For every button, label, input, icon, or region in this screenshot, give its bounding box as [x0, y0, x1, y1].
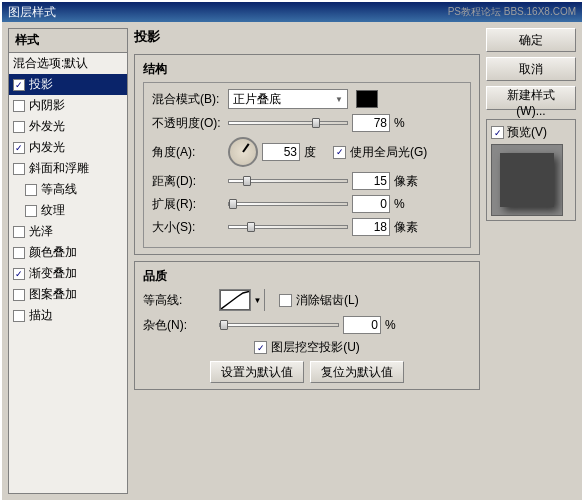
right-panel: 确定 取消 新建样式(W)... 预览(V) [486, 28, 576, 494]
opacity-slider-thumb[interactable] [312, 118, 320, 128]
cancel-button[interactable]: 取消 [486, 57, 576, 81]
sidebar-item-dropshadow[interactable]: 投影 [9, 74, 127, 95]
sidebar-item-innerglow[interactable]: 内发光 [9, 137, 127, 158]
sidebar-item-texture[interactable]: 纹理 [21, 200, 127, 221]
sidebar-item-label: 光泽 [29, 223, 53, 240]
spread-slider-thumb[interactable] [229, 199, 237, 209]
sidebar-item-label: 投影 [29, 76, 53, 93]
satin-checkbox[interactable] [13, 226, 25, 238]
distance-row: 距离(D): 像素 [152, 172, 462, 190]
contour-checkbox[interactable] [25, 184, 37, 196]
noise-label: 杂色(N): [143, 317, 215, 334]
texture-checkbox[interactable] [25, 205, 37, 217]
blend-mode-dropdown[interactable]: 正片叠底 ▼ [228, 89, 348, 109]
sidebar-item-label: 混合选项:默认 [13, 55, 88, 72]
sidebar-item-innershadow[interactable]: 内阴影 [9, 95, 127, 116]
layer-style-dialog: 图层样式 PS教程论坛 BBS.16X8.COM 样式 混合选项:默认 投影 内… [0, 0, 584, 502]
innershadow-checkbox[interactable] [13, 100, 25, 112]
sidebar-item-outerglow[interactable]: 外发光 [9, 116, 127, 137]
preview-checkbox[interactable] [491, 126, 504, 139]
preview-label: 预览(V) [507, 124, 547, 141]
global-light-checkbox[interactable] [333, 146, 346, 159]
blend-color-swatch[interactable] [356, 90, 378, 108]
opacity-row: 不透明度(O): % [152, 114, 462, 132]
coloroverlay-checkbox[interactable] [13, 247, 25, 259]
knockout-checkbox[interactable] [254, 341, 267, 354]
knockout-label: 图层挖空投影(U) [271, 339, 360, 356]
sidebar-item-patternoverlay[interactable]: 图案叠加 [9, 284, 127, 305]
sidebar-item-stroke[interactable]: 描边 [9, 305, 127, 326]
gradientoverlay-checkbox[interactable] [13, 268, 25, 280]
sidebar-item-mixedoptions[interactable]: 混合选项:默认 [9, 53, 127, 74]
size-row: 大小(S): 像素 [152, 218, 462, 236]
set-default-button[interactable]: 设置为默认值 [210, 361, 304, 383]
sidebar-item-label: 内发光 [29, 139, 65, 156]
sidebar-item-label: 渐变叠加 [29, 265, 77, 282]
size-slider-thumb[interactable] [247, 222, 255, 232]
noise-slider-thumb[interactable] [220, 320, 228, 330]
quality-section: 品质 等高线: ▼ 消除锯齿(L) [134, 261, 480, 390]
preview-image-inner [500, 153, 554, 207]
blend-mode-value: 正片叠底 [233, 91, 281, 108]
sidebar-item-label: 内阴影 [29, 97, 65, 114]
sidebar-item-label: 描边 [29, 307, 53, 324]
noise-input[interactable] [343, 316, 381, 334]
sidebar-item-gradientoverlay[interactable]: 渐变叠加 [9, 263, 127, 284]
angle-dial[interactable] [228, 137, 258, 167]
noise-unit: % [385, 318, 410, 332]
distance-unit: 像素 [394, 173, 419, 190]
distance-slider-thumb[interactable] [243, 176, 251, 186]
preview-image [491, 144, 563, 216]
contour-preview-svg [221, 291, 250, 310]
contour-preview[interactable] [220, 290, 250, 310]
sidebar-item-label: 纹理 [41, 202, 65, 219]
spread-unit: % [394, 197, 419, 211]
opacity-input[interactable] [352, 114, 390, 132]
stroke-checkbox[interactable] [13, 310, 25, 322]
global-light-row: 使用全局光(G) [333, 144, 427, 161]
distance-label: 距离(D): [152, 173, 224, 190]
new-style-button[interactable]: 新建样式(W)... [486, 86, 576, 110]
blend-mode-label: 混合模式(B): [152, 91, 224, 108]
contour-row: 等高线: ▼ 消除锯齿(L) [143, 289, 471, 311]
opacity-unit: % [394, 116, 419, 130]
preview-checkbox-row: 预览(V) [491, 124, 547, 141]
contour-dropdown-arrow-icon[interactable]: ▼ [250, 289, 264, 311]
antialias-row: 消除锯齿(L) [279, 292, 359, 309]
structure-group: 结构 混合模式(B): 正片叠底 ▼ 不透明度(O): [134, 54, 480, 255]
bevel-checkbox[interactable] [13, 163, 25, 175]
bottom-actions: 设置为默认值 复位为默认值 [143, 361, 471, 383]
global-light-label: 使用全局光(G) [350, 144, 427, 161]
section-header: 投影 [134, 28, 480, 46]
blend-mode-arrow-icon: ▼ [335, 95, 343, 104]
quality-label: 品质 [143, 268, 471, 285]
spread-input[interactable] [352, 195, 390, 213]
spread-label: 扩展(R): [152, 196, 224, 213]
outerglow-checkbox[interactable] [13, 121, 25, 133]
title-bar: 图层样式 PS教程论坛 BBS.16X8.COM [2, 2, 582, 22]
sidebar-item-bevel[interactable]: 斜面和浮雕 [9, 158, 127, 179]
noise-row: 杂色(N): % [143, 316, 471, 334]
sidebar-item-coloroverlay[interactable]: 颜色叠加 [9, 242, 127, 263]
left-panel: 样式 混合选项:默认 投影 内阴影 外发光 [8, 28, 128, 494]
confirm-button[interactable]: 确定 [486, 28, 576, 52]
sidebar-item-label: 颜色叠加 [29, 244, 77, 261]
title-bar-right: PS教程论坛 BBS.16X8.COM [448, 5, 576, 19]
antialias-checkbox[interactable] [279, 294, 292, 307]
structure-inner: 混合模式(B): 正片叠底 ▼ 不透明度(O): [143, 82, 471, 248]
sidebar-item-satin[interactable]: 光泽 [9, 221, 127, 242]
main-panel: 投影 结构 混合模式(B): 正片叠底 ▼ [134, 28, 480, 494]
patternoverlay-checkbox[interactable] [13, 289, 25, 301]
sidebar-item-contour[interactable]: 等高线 [21, 179, 127, 200]
sidebar-item-label: 外发光 [29, 118, 65, 135]
knockout-row: 图层挖空投影(U) [143, 339, 471, 356]
innerglow-checkbox[interactable] [13, 142, 25, 154]
contour-dropdown[interactable]: ▼ [219, 289, 265, 311]
dropshadow-checkbox[interactable] [13, 79, 25, 91]
antialias-label: 消除锯齿(L) [296, 292, 359, 309]
angle-input[interactable] [262, 143, 300, 161]
size-input[interactable] [352, 218, 390, 236]
reset-default-button[interactable]: 复位为默认值 [310, 361, 404, 383]
blend-mode-row: 混合模式(B): 正片叠底 ▼ [152, 89, 462, 109]
distance-input[interactable] [352, 172, 390, 190]
